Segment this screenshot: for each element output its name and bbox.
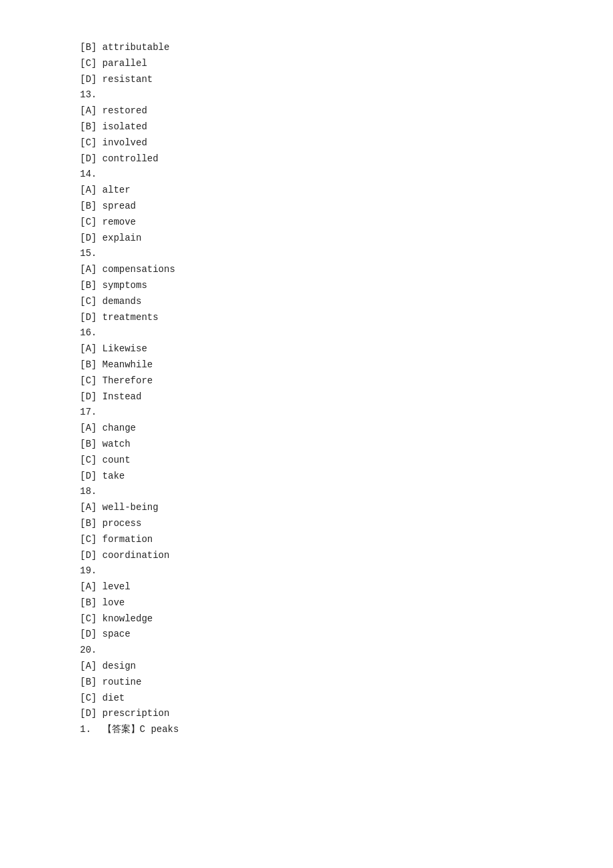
content-line-28: 18. bbox=[80, 484, 533, 500]
content-line-26: [C] count bbox=[80, 453, 533, 469]
content-line-34: [A] level bbox=[80, 579, 533, 595]
content-line-31: [C] formation bbox=[80, 532, 533, 548]
content-line-43: 1. 【答案】C peaks bbox=[80, 722, 533, 738]
content-line-16: [C] demands bbox=[80, 294, 533, 310]
content-line-15: [B] symptoms bbox=[80, 278, 533, 294]
content-line-36: [C] knowledge bbox=[80, 611, 533, 627]
content-line-35: [B] love bbox=[80, 595, 533, 611]
content-line-2: [D] resistant bbox=[80, 72, 533, 88]
content-line-33: 19. bbox=[80, 563, 533, 579]
content-line-4: [A] restored bbox=[80, 103, 533, 119]
content-line-7: [D] controlled bbox=[80, 151, 533, 167]
content-line-24: [A] change bbox=[80, 421, 533, 437]
content-line-0: [B] attributable bbox=[80, 40, 533, 56]
content-line-8: 14. bbox=[80, 167, 533, 183]
content-line-17: [D] treatments bbox=[80, 310, 533, 326]
content-line-12: [D] explain bbox=[80, 231, 533, 247]
content-line-29: [A] well-being bbox=[80, 500, 533, 516]
content-line-3: 13. bbox=[80, 87, 533, 103]
content-line-1: [C] parallel bbox=[80, 56, 533, 72]
content-line-40: [B] routine bbox=[80, 675, 533, 691]
content-line-41: [C] diet bbox=[80, 691, 533, 707]
content-line-37: [D] space bbox=[80, 627, 533, 643]
main-content: [B] attributable[C] parallel[D] resistan… bbox=[80, 40, 533, 738]
content-line-22: [D] Instead bbox=[80, 389, 533, 405]
content-line-19: [A] Likewise bbox=[80, 341, 533, 357]
content-line-27: [D] take bbox=[80, 469, 533, 485]
content-line-39: [A] design bbox=[80, 659, 533, 675]
content-line-38: 20. bbox=[80, 643, 533, 659]
content-line-23: 17. bbox=[80, 405, 533, 421]
content-line-9: [A] alter bbox=[80, 183, 533, 199]
content-line-20: [B] Meanwhile bbox=[80, 357, 533, 373]
content-line-42: [D] prescription bbox=[80, 706, 533, 722]
content-line-21: [C] Therefore bbox=[80, 373, 533, 389]
content-line-32: [D] coordination bbox=[80, 548, 533, 564]
content-line-13: 15. bbox=[80, 246, 533, 262]
content-line-14: [A] compensations bbox=[80, 262, 533, 278]
content-line-30: [B] process bbox=[80, 516, 533, 532]
content-line-5: [B] isolated bbox=[80, 119, 533, 135]
content-line-25: [B] watch bbox=[80, 437, 533, 453]
content-line-18: 16. bbox=[80, 325, 533, 341]
content-line-10: [B] spread bbox=[80, 199, 533, 215]
content-line-11: [C] remove bbox=[80, 215, 533, 231]
content-line-6: [C] involved bbox=[80, 135, 533, 151]
